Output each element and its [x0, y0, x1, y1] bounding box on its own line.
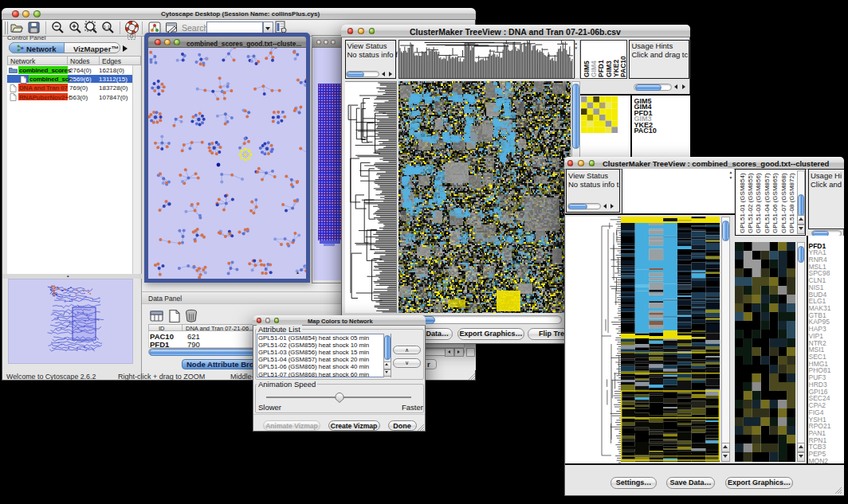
- svg-text:1:1: 1:1: [104, 25, 111, 29]
